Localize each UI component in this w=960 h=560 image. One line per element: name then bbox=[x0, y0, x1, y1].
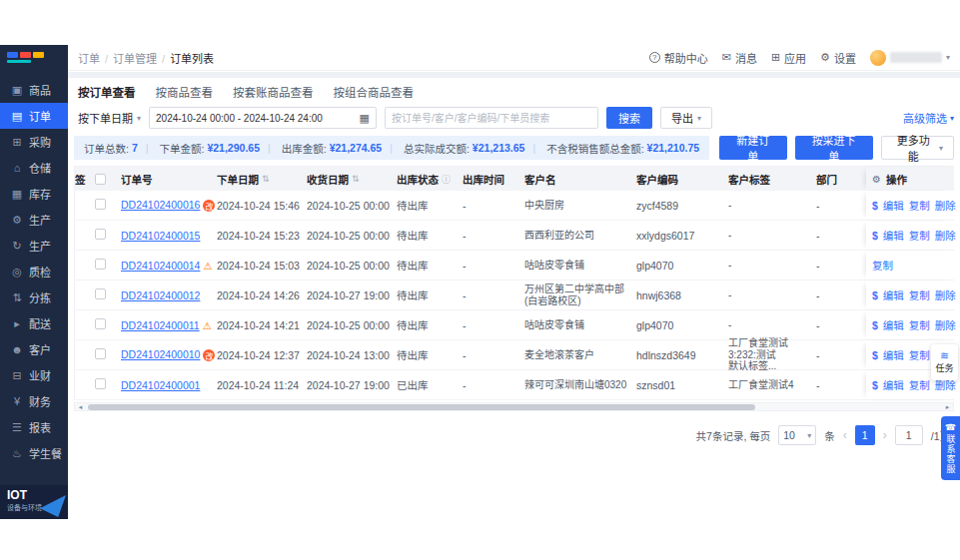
copy-link[interactable]: 复制 bbox=[909, 317, 930, 332]
contact-support-button[interactable]: ☎ 联系客服 bbox=[941, 416, 960, 480]
sidebar-item-reports[interactable]: ☰报表 bbox=[0, 414, 68, 440]
copy-link[interactable]: 复制 bbox=[909, 287, 930, 302]
sidebar-item-delivery[interactable]: ▸配送 bbox=[0, 310, 68, 336]
row-checkbox[interactable] bbox=[95, 229, 106, 240]
edit-link[interactable]: 编辑 bbox=[883, 198, 904, 213]
order-number-link[interactable]: DD24102400011 bbox=[121, 319, 200, 331]
tab-by-product[interactable]: 按商品查看 bbox=[156, 84, 214, 100]
copy-link[interactable]: 复制 bbox=[909, 228, 930, 243]
sidebar-item-orders[interactable]: ▤订单 bbox=[0, 103, 68, 129]
row-checkbox[interactable] bbox=[95, 378, 106, 389]
status-badge: 待出库 bbox=[397, 258, 463, 273]
quality-icon: ◎ bbox=[11, 266, 23, 279]
advanced-filter-link[interactable]: 高级筛选 ▾ bbox=[903, 110, 954, 126]
purchase-to-order-button[interactable]: 按采进下单 bbox=[795, 136, 873, 160]
edit-link[interactable]: 编辑 bbox=[883, 317, 904, 332]
sidebar-item-warehouse[interactable]: ⌂仓储 bbox=[0, 155, 68, 181]
sidebar-item-finance[interactable]: ¥财务 bbox=[0, 388, 68, 414]
tab-by-order[interactable]: 按订单查看 bbox=[78, 84, 136, 100]
sidebar-item-student-meals[interactable]: ♨学生餐 bbox=[0, 440, 68, 466]
delete-link[interactable]: 删除 bbox=[935, 198, 956, 213]
more-functions-button[interactable]: 更多功能 ▾ bbox=[881, 136, 954, 160]
bizfinance-icon: ⊟ bbox=[11, 369, 23, 382]
order-number-link[interactable]: DD24102400001 bbox=[121, 379, 200, 391]
sidebar-item-stock[interactable]: ▦库存 bbox=[0, 181, 68, 207]
select-all-checkbox[interactable] bbox=[95, 174, 106, 185]
summary-notax-amount: 不含税销售额总金额:¥21,210.75 bbox=[524, 141, 699, 156]
row-checkbox[interactable] bbox=[95, 259, 106, 270]
sidebar-item-sorting[interactable]: ⇅分拣 bbox=[0, 284, 68, 310]
column-settings-icon[interactable]: ⚙ bbox=[872, 174, 881, 185]
date-type-select[interactable]: 按下单日期 ▾ bbox=[78, 110, 141, 126]
copy-link[interactable]: 复制 bbox=[872, 258, 893, 273]
settings-button[interactable]: ⚙设置 bbox=[820, 50, 856, 66]
breadcrumb-order-management[interactable]: 订单管理 bbox=[100, 50, 157, 66]
col-delivery-date[interactable]: 收货日期⇅ bbox=[307, 172, 397, 187]
date-range-input[interactable]: 2024-10-24 00:00 - 2024-10-24 24:00 ▦ bbox=[149, 107, 377, 129]
tab-by-combo-product[interactable]: 按组合商品查看 bbox=[334, 84, 415, 100]
order-number-link[interactable]: DD24102400012 bbox=[121, 289, 200, 301]
iot-panel[interactable]: IOT 设备与环境 bbox=[0, 485, 68, 519]
status-badge: 待出库 bbox=[397, 198, 463, 213]
delete-link[interactable]: 删除 bbox=[935, 317, 956, 332]
edit-link[interactable]: 编辑 bbox=[883, 347, 904, 362]
help-icon: ? bbox=[649, 52, 660, 63]
edit-link[interactable]: 编辑 bbox=[883, 377, 904, 392]
tab-by-package-product[interactable]: 按套账商品查看 bbox=[233, 84, 314, 100]
copy-link[interactable]: 复制 bbox=[909, 377, 930, 392]
apps-button[interactable]: ⊞应用 bbox=[771, 50, 806, 66]
current-page-button[interactable]: 1 bbox=[855, 425, 875, 445]
order-number-link[interactable]: DD24102400010 bbox=[121, 348, 200, 360]
search-button[interactable]: 搜索 bbox=[606, 107, 652, 129]
page-size-select[interactable]: 10 ▾ bbox=[778, 425, 816, 445]
payment-icon[interactable]: $ bbox=[872, 200, 878, 212]
table-row: DD24102400015 2024-10-24 15:23 2024-10-2… bbox=[75, 221, 953, 251]
meal-icon: ♨ bbox=[11, 447, 23, 460]
scroll-left-icon[interactable]: ◂ bbox=[75, 403, 86, 411]
delete-link[interactable]: 删除 bbox=[935, 228, 956, 243]
summary-order-count: 订单总数:7 bbox=[84, 141, 138, 156]
sidebar-item-goods[interactable]: ▣商品 bbox=[0, 77, 68, 103]
summary-outbound-amount: 出库金额:¥21,274.65 bbox=[260, 141, 382, 156]
order-number-link[interactable]: DD24102400016 bbox=[121, 199, 200, 211]
row-checkbox[interactable] bbox=[95, 199, 106, 210]
edit-link[interactable]: 编辑 bbox=[883, 228, 904, 243]
help-center-button[interactable]: ?帮助中心 bbox=[649, 50, 708, 66]
edit-link[interactable]: 编辑 bbox=[883, 287, 904, 302]
export-button[interactable]: 导出 ▾ bbox=[660, 107, 712, 129]
scrollbar-thumb[interactable] bbox=[88, 404, 755, 410]
delete-link[interactable]: 删除 bbox=[935, 287, 956, 302]
warning-icon: ⚠ bbox=[203, 320, 212, 331]
task-floating-button[interactable]: ≋ 任务 bbox=[931, 344, 958, 380]
user-menu[interactable]: ▾ bbox=[870, 50, 950, 66]
sidebar-item-quality[interactable]: ◎质检 bbox=[0, 259, 68, 284]
next-page-button[interactable]: › bbox=[883, 428, 887, 442]
search-input[interactable] bbox=[385, 107, 598, 129]
col-order-date[interactable]: 下单日期⇅ bbox=[217, 172, 307, 187]
sidebar-item-production[interactable]: ⚙生产 bbox=[0, 207, 68, 233]
summary-bar: 订单总数:7 下单金额:¥21,290.65 出库金额:¥21,274.65 总… bbox=[74, 136, 709, 160]
messages-button[interactable]: ✉消息 bbox=[722, 50, 757, 66]
row-checkbox[interactable] bbox=[95, 288, 106, 299]
sidebar-item-purchase[interactable]: ⊞采购 bbox=[0, 129, 68, 155]
copy-link[interactable]: 复制 bbox=[909, 347, 930, 362]
payment-icon[interactable]: $ bbox=[872, 319, 878, 331]
payment-icon[interactable]: $ bbox=[872, 289, 878, 301]
sidebar-item-customers[interactable]: ☻客户 bbox=[0, 336, 68, 362]
payment-icon[interactable]: $ bbox=[872, 230, 878, 242]
order-number-link[interactable]: DD24102400014 bbox=[121, 260, 200, 272]
payment-icon[interactable]: $ bbox=[872, 379, 878, 391]
payment-icon[interactable]: $ bbox=[872, 349, 878, 361]
row-checkbox[interactable] bbox=[95, 348, 106, 359]
sidebar-item-production-2[interactable]: ↻生产 bbox=[0, 233, 68, 259]
order-number-link[interactable]: DD24102400015 bbox=[121, 230, 200, 242]
prev-page-button[interactable]: ‹ bbox=[843, 428, 847, 442]
row-checkbox[interactable] bbox=[95, 318, 106, 329]
horizontal-scrollbar[interactable]: ◂ ▸ bbox=[74, 402, 954, 411]
sidebar-item-bizfinance[interactable]: ⊟业财 bbox=[0, 362, 68, 388]
page-jump-input[interactable] bbox=[895, 425, 923, 445]
copy-link[interactable]: 复制 bbox=[909, 198, 930, 213]
breadcrumb-orders[interactable]: 订单 bbox=[78, 50, 100, 66]
scroll-right-icon[interactable]: ▸ bbox=[942, 403, 953, 411]
new-order-button[interactable]: 新建订单 bbox=[719, 136, 786, 160]
